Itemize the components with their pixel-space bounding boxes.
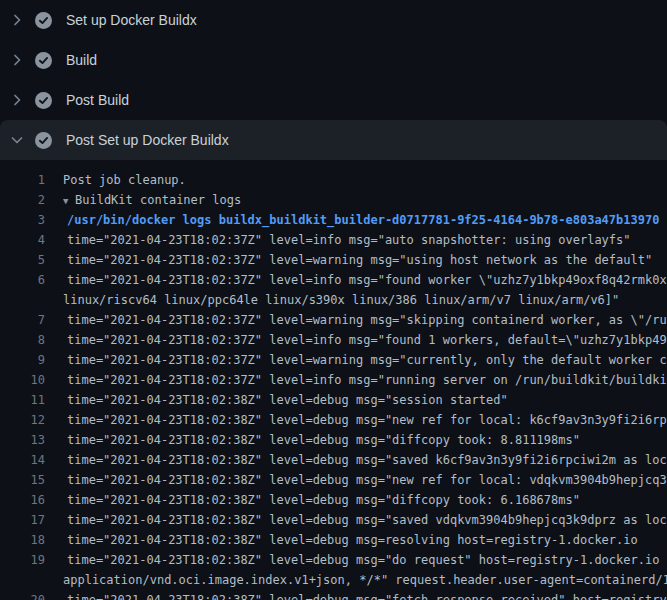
log-line-number[interactable]: 8	[0, 330, 45, 350]
step-label: Post Set up Docker Buildx	[66, 132, 229, 148]
group-title[interactable]: BuildKit container logs	[75, 193, 241, 207]
chevron-right-icon[interactable]	[9, 92, 25, 108]
log-line: 9time="2021-04-23T18:02:37Z" level=warni…	[0, 350, 667, 370]
step-label: Post Build	[66, 92, 129, 108]
log-line: 5time="2021-04-23T18:02:37Z" level=warni…	[0, 250, 667, 270]
step-label: Set up Docker Buildx	[66, 12, 197, 28]
check-circle-icon	[35, 12, 52, 29]
log-text: time="2021-04-23T18:02:37Z" level=info m…	[45, 230, 631, 250]
log-line-number[interactable]: 9	[0, 350, 45, 370]
log-text: time="2021-04-23T18:02:37Z" level=info m…	[45, 370, 667, 390]
log-text: ▼BuildKit container logs	[45, 190, 241, 210]
log-line-number[interactable]: 20	[0, 590, 45, 600]
log-text: time="2021-04-23T18:02:38Z" level=debug …	[45, 390, 508, 410]
step-header-set-up-docker-buildx[interactable]: Set up Docker Buildx	[0, 0, 667, 40]
log-line-number[interactable]: 2	[0, 190, 45, 210]
log-line-number[interactable]: 7	[0, 310, 45, 330]
log-line: 15time="2021-04-23T18:02:38Z" level=debu…	[0, 470, 667, 490]
log-line: 20time="2021-04-23T18:02:38Z" level=debu…	[0, 590, 667, 600]
log-text: time="2021-04-23T18:02:38Z" level=debug …	[45, 470, 667, 490]
log-line: 3/usr/bin/docker logs buildx_buildkit_bu…	[0, 210, 667, 230]
log-text: application/vnd.oci.image.index.v1+json,…	[45, 570, 667, 590]
log-line-number[interactable]: 1	[0, 170, 45, 190]
chevron-right-icon[interactable]	[9, 52, 25, 68]
log-line-number[interactable]: 4	[0, 230, 45, 250]
log-text: time="2021-04-23T18:02:37Z" level=warnin…	[45, 250, 652, 270]
log-line-number[interactable]: 3	[0, 210, 45, 230]
log-line-number[interactable]: 12	[0, 410, 45, 430]
log-line-number[interactable]: 16	[0, 490, 45, 510]
check-circle-icon	[35, 52, 52, 69]
log-line: 8time="2021-04-23T18:02:37Z" level=info …	[0, 330, 667, 350]
check-circle-icon	[35, 132, 52, 149]
log-line-number	[0, 290, 45, 310]
log-line: 13time="2021-04-23T18:02:38Z" level=debu…	[0, 430, 667, 450]
log-line: 11time="2021-04-23T18:02:38Z" level=debu…	[0, 390, 667, 410]
log-line: application/vnd.oci.image.index.v1+json,…	[0, 570, 667, 590]
log-text: time="2021-04-23T18:02:38Z" level=debug …	[45, 590, 667, 600]
check-circle-icon	[35, 92, 52, 109]
log-line-number[interactable]: 17	[0, 510, 45, 530]
log-line: 10time="2021-04-23T18:02:37Z" level=info…	[0, 370, 667, 390]
log-text: time="2021-04-23T18:02:38Z" level=debug …	[45, 530, 638, 550]
log-line-number[interactable]: 6	[0, 270, 45, 290]
step-header-post-build[interactable]: Post Build	[0, 80, 667, 120]
log-line-number[interactable]: 14	[0, 450, 45, 470]
log-text: time="2021-04-23T18:02:38Z" level=debug …	[45, 490, 580, 510]
log-line: 18time="2021-04-23T18:02:38Z" level=debu…	[0, 530, 667, 550]
log-line: 19time="2021-04-23T18:02:38Z" level=debu…	[0, 550, 667, 570]
log-command-text: /usr/bin/docker logs buildx_buildkit_bui…	[45, 210, 659, 230]
log-line: 14time="2021-04-23T18:02:38Z" level=debu…	[0, 450, 667, 470]
log-text: time="2021-04-23T18:02:37Z" level=info m…	[45, 330, 667, 350]
steps-list: Set up Docker BuildxBuildPost BuildPost …	[0, 0, 667, 160]
log-text: time="2021-04-23T18:02:37Z" level=warnin…	[45, 310, 667, 330]
step-label: Build	[66, 52, 97, 68]
log-line-number[interactable]: 13	[0, 430, 45, 450]
step-header-post-set-up-docker-buildx[interactable]: Post Set up Docker Buildx	[0, 120, 667, 160]
log-text: time="2021-04-23T18:02:38Z" level=debug …	[45, 410, 667, 430]
log-line-number[interactable]: 5	[0, 250, 45, 270]
log-text: time="2021-04-23T18:02:37Z" level=info m…	[45, 270, 667, 290]
log-line-number[interactable]: 15	[0, 470, 45, 490]
log-area: 1Post job cleanup.2▼BuildKit container l…	[0, 160, 667, 600]
log-line: 12time="2021-04-23T18:02:38Z" level=debu…	[0, 410, 667, 430]
chevron-down-icon[interactable]	[9, 132, 25, 148]
log-line: 16time="2021-04-23T18:02:38Z" level=debu…	[0, 490, 667, 510]
log-text: time="2021-04-23T18:02:38Z" level=debug …	[45, 430, 580, 450]
group-collapse-marker-icon[interactable]: ▼	[63, 191, 75, 210]
log-text: time="2021-04-23T18:02:38Z" level=debug …	[45, 450, 667, 470]
log-text: time="2021-04-23T18:02:38Z" level=debug …	[45, 510, 667, 530]
log-line: linux/riscv64 linux/ppc64le linux/s390x …	[0, 290, 667, 310]
log-line: 2▼BuildKit container logs	[0, 190, 667, 210]
log-text: time="2021-04-23T18:02:37Z" level=warnin…	[45, 350, 667, 370]
log-text: linux/riscv64 linux/ppc64le linux/s390x …	[45, 290, 619, 310]
log-line: 7time="2021-04-23T18:02:37Z" level=warni…	[0, 310, 667, 330]
step-header-build[interactable]: Build	[0, 40, 667, 80]
chevron-right-icon[interactable]	[9, 12, 25, 28]
log-line-number[interactable]: 11	[0, 390, 45, 410]
log-line: 6time="2021-04-23T18:02:37Z" level=info …	[0, 270, 667, 290]
log-text: Post job cleanup.	[45, 170, 186, 190]
log-line: 1Post job cleanup.	[0, 170, 667, 190]
log-text: time="2021-04-23T18:02:38Z" level=debug …	[45, 550, 667, 570]
log-line-number[interactable]: 18	[0, 530, 45, 550]
log-line-number[interactable]: 10	[0, 370, 45, 390]
log-line: 17time="2021-04-23T18:02:38Z" level=debu…	[0, 510, 667, 530]
log-line-number[interactable]: 19	[0, 550, 45, 570]
log-line-number	[0, 570, 45, 590]
log-line: 4time="2021-04-23T18:02:37Z" level=info …	[0, 230, 667, 250]
